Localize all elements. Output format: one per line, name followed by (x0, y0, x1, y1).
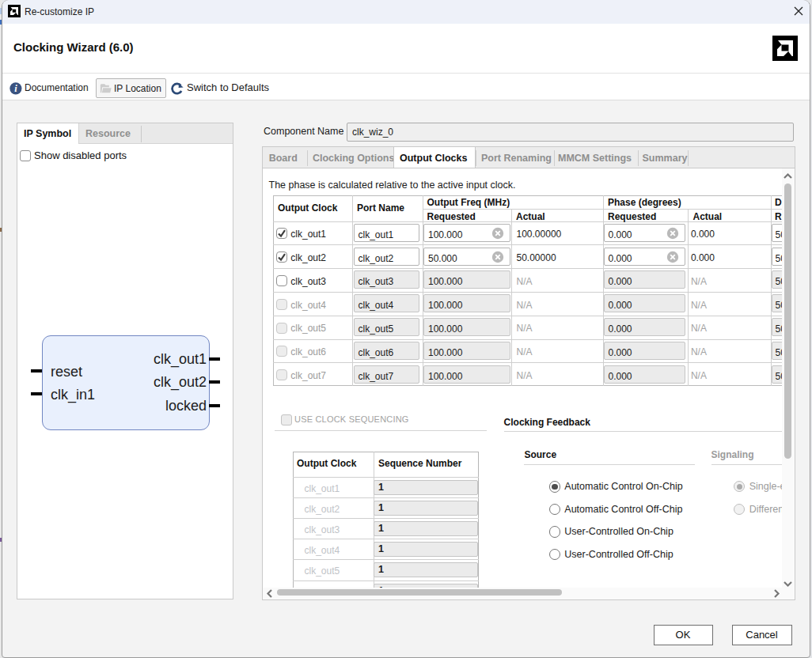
svg-text:i: i (14, 83, 17, 94)
